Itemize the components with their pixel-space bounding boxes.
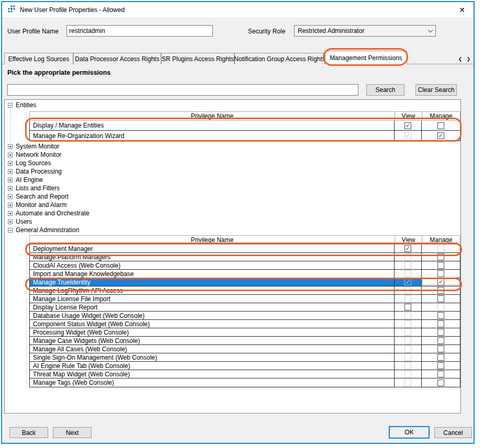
- view-checkbox[interactable]: [404, 254, 411, 260]
- tree-node-label[interactable]: Monitor and Alarm: [16, 201, 66, 209]
- table-row[interactable]: Manage Platform Managers: [30, 253, 460, 261]
- tree-node-entities[interactable]: Entities: [8, 101, 36, 109]
- tree-expander-icon[interactable]: [8, 103, 13, 108]
- table-row[interactable]: Database Usage Widget (Web Console): [30, 312, 460, 320]
- manage-checkbox[interactable]: [437, 122, 444, 129]
- view-checkbox[interactable]: [404, 329, 411, 336]
- security-role-select[interactable]: Restricted Administrator: [294, 25, 436, 37]
- tree-expander-icon[interactable]: [8, 220, 13, 224]
- tree-node-label[interactable]: Users: [16, 218, 32, 225]
- privilege-name[interactable]: Display License Report: [30, 303, 395, 311]
- table-row[interactable]: Display License Report: [30, 303, 460, 312]
- tree-expander-icon[interactable]: [8, 144, 13, 149]
- view-checkbox[interactable]: [404, 371, 411, 377]
- tree-node-ai-engine[interactable]: AI Engine: [8, 176, 43, 184]
- manage-checkbox[interactable]: [437, 270, 444, 277]
- tab-sr-plugins-access-rights[interactable]: SR Plugins Access Rights: [161, 53, 234, 64]
- profile-name-input[interactable]: [66, 25, 213, 37]
- view-checkbox[interactable]: [404, 380, 411, 386]
- search-button[interactable]: Search: [366, 84, 404, 96]
- tree-node-label[interactable]: AI Engine: [16, 176, 43, 183]
- table-row[interactable]: Single Sign-On Management (Web Console): [30, 353, 460, 362]
- view-checkbox[interactable]: [404, 270, 411, 277]
- table-row-selected[interactable]: Manage TrueIdentity: [30, 278, 460, 286]
- manage-checkbox[interactable]: [437, 346, 444, 352]
- tree-node-label[interactable]: System Monitor: [16, 143, 59, 150]
- privilege-name[interactable]: AI Engine Rule Tab (Web Console): [30, 362, 395, 370]
- tree-expander-icon[interactable]: [8, 169, 13, 174]
- privilege-name[interactable]: Manage TrueIdentity: [30, 278, 395, 286]
- next-button[interactable]: Next: [53, 427, 92, 438]
- close-icon[interactable]: ✕: [456, 5, 468, 15]
- table-row[interactable]: Manage Case Widgets (Web Console): [30, 337, 460, 345]
- tree-node-network-monitor[interactable]: Network Monitor: [8, 151, 61, 159]
- table-row[interactable]: AI Engine Rule Tab (Web Console): [30, 362, 460, 370]
- tree-node-label[interactable]: Automate and Orchestrate: [16, 210, 89, 217]
- tree-expander-icon[interactable]: [8, 203, 13, 208]
- privilege-name[interactable]: Threat Map Widget (Web Console): [30, 370, 395, 378]
- back-button[interactable]: Back: [9, 427, 48, 438]
- view-checkbox[interactable]: [404, 287, 411, 294]
- tree-expander-icon[interactable]: [8, 186, 13, 191]
- table-row[interactable]: Manage Re-Organization Wizard: [30, 131, 460, 141]
- table-row[interactable]: Manage Tags (Web Console): [30, 378, 460, 387]
- table-row[interactable]: Threat Map Widget (Web Console): [30, 370, 460, 378]
- manage-checkbox[interactable]: [437, 337, 444, 344]
- tree-expander-icon[interactable]: [8, 178, 13, 182]
- view-checkbox[interactable]: [404, 295, 411, 302]
- table-row[interactable]: Import and Manage Knowledgebase: [30, 270, 460, 278]
- tree-node-system-monitor[interactable]: System Monitor: [8, 142, 59, 151]
- view-checkbox[interactable]: [404, 304, 411, 311]
- tab-scroll-right-icon[interactable]: ❯: [465, 54, 472, 63]
- privilege-name[interactable]: Component Status Widget (Web Console): [30, 320, 395, 328]
- manage-checkbox[interactable]: [437, 312, 444, 319]
- privilege-name[interactable]: Import and Manage Knowledgebase: [30, 270, 395, 278]
- manage-checkbox[interactable]: [437, 320, 444, 327]
- tree-node-search-and-report[interactable]: Search and Report: [8, 192, 69, 201]
- view-checkbox[interactable]: [404, 346, 411, 352]
- privilege-name[interactable]: Manage LogRhythm API Access: [30, 286, 395, 294]
- tree-expander-icon[interactable]: [8, 228, 13, 233]
- tree-node-label[interactable]: General Administration: [16, 226, 79, 234]
- manage-checkbox[interactable]: [437, 262, 444, 269]
- table-row[interactable]: Deployment Manager: [30, 245, 460, 253]
- view-checkbox[interactable]: [404, 362, 411, 369]
- view-checkbox[interactable]: [404, 354, 411, 361]
- table-row[interactable]: Manage All Cases (Web Console): [30, 345, 460, 353]
- tree-node-data-processing[interactable]: Data Processing: [8, 167, 62, 176]
- privilege-name[interactable]: Manage License File Import: [30, 295, 395, 303]
- tree-node-lists-and-filters[interactable]: Lists and Filters: [8, 184, 60, 192]
- tree-node-label[interactable]: Lists and Filters: [16, 185, 60, 192]
- tree-expander-icon[interactable]: [8, 194, 13, 199]
- manage-checkbox[interactable]: [437, 354, 444, 361]
- tree-expander-icon[interactable]: [8, 161, 13, 166]
- table-row[interactable]: Processing Widget (Web Console): [30, 328, 460, 337]
- manage-checkbox[interactable]: [437, 329, 444, 336]
- view-checkbox[interactable]: [404, 245, 411, 252]
- table-row[interactable]: Display / Manage Entities: [30, 121, 460, 131]
- privilege-name[interactable]: Manage Tags (Web Console): [30, 378, 395, 387]
- privilege-name[interactable]: CloudAI Access (Web Console): [30, 261, 395, 269]
- table-row[interactable]: CloudAI Access (Web Console): [30, 261, 460, 270]
- tree-node-label[interactable]: Search and Report: [16, 193, 69, 200]
- tree-expander-icon[interactable]: [8, 211, 13, 216]
- manage-checkbox[interactable]: [437, 380, 444, 386]
- cancel-button[interactable]: Cancel: [434, 427, 472, 438]
- manage-checkbox[interactable]: [437, 371, 444, 377]
- manage-checkbox[interactable]: [437, 287, 444, 294]
- privilege-name[interactable]: Display / Manage Entities: [30, 121, 395, 130]
- tree-node-users[interactable]: Users: [8, 217, 32, 226]
- tree-node-label[interactable]: Network Monitor: [16, 151, 61, 158]
- search-input[interactable]: [7, 84, 358, 96]
- manage-checkbox[interactable]: [437, 304, 444, 311]
- manage-checkbox[interactable]: [437, 295, 444, 302]
- table-row[interactable]: Manage LogRhythm API Access: [30, 286, 460, 295]
- manage-checkbox[interactable]: [437, 254, 444, 260]
- privilege-name[interactable]: Processing Widget (Web Console): [30, 328, 395, 336]
- privilege-name[interactable]: Database Usage Widget (Web Console): [30, 312, 395, 319]
- manage-checkbox[interactable]: [437, 245, 444, 252]
- privilege-name[interactable]: Manage Platform Managers: [30, 253, 395, 261]
- manage-checkbox[interactable]: [437, 362, 444, 369]
- view-checkbox[interactable]: [404, 279, 411, 285]
- manage-checkbox[interactable]: [437, 132, 444, 139]
